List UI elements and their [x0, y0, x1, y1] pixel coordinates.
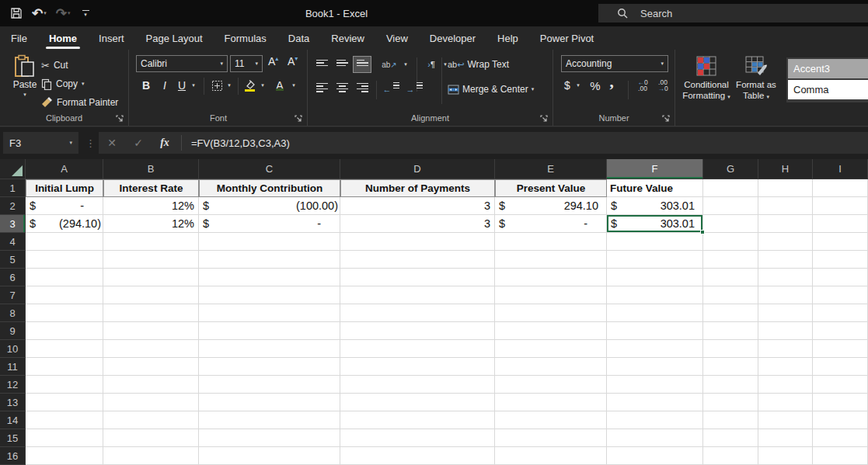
cell-I11[interactable]	[813, 358, 868, 376]
name-box[interactable]: F3 ▾	[3, 132, 78, 154]
fill-color-button[interactable]	[242, 76, 258, 95]
cell-F13[interactable]	[607, 394, 703, 411]
cell-I4[interactable]	[813, 233, 868, 251]
cell-A4[interactable]	[26, 233, 103, 251]
tab-help[interactable]: Help	[486, 26, 529, 50]
cell-D8[interactable]	[340, 304, 495, 322]
column-header-E[interactable]: E	[495, 159, 607, 179]
cell-G1[interactable]	[703, 179, 758, 197]
cell-F3[interactable]: $303.01	[607, 215, 703, 233]
cell-C6[interactable]	[199, 269, 340, 286]
bottom-align-button[interactable]	[353, 56, 371, 73]
column-header-D[interactable]: D	[340, 159, 495, 179]
cell-D2[interactable]: 3	[340, 197, 495, 215]
select-all-corner[interactable]	[0, 159, 26, 179]
accounting-format-chevron-icon[interactable]: ▾	[573, 76, 583, 95]
decrease-font-size-button[interactable]: A▾	[288, 55, 298, 68]
cancel-button[interactable]: ✕	[99, 137, 125, 149]
cell-D12[interactable]	[340, 376, 495, 394]
cut-button[interactable]: ✂ Cut	[41, 56, 118, 75]
cell-A1[interactable]: Initial Lump	[26, 179, 103, 197]
cell-B15[interactable]	[103, 429, 199, 447]
cell-D11[interactable]	[340, 358, 495, 376]
cell-G10[interactable]	[703, 340, 758, 358]
paste-button[interactable]: Paste ▾	[8, 54, 42, 110]
row-header-2[interactable]: 2	[0, 197, 26, 215]
cell-C4[interactable]	[199, 233, 340, 251]
cell-I16[interactable]	[813, 447, 868, 465]
cell-A12[interactable]	[26, 376, 103, 394]
cell-E9[interactable]	[495, 322, 607, 340]
percent-style-button[interactable]: %	[587, 76, 603, 95]
copy-button[interactable]: Copy ▾	[41, 75, 118, 93]
cell-A15[interactable]	[26, 429, 103, 447]
cell-E1[interactable]: Present Value	[495, 179, 607, 197]
cell-F1[interactable]: Future Value	[607, 179, 703, 197]
cell-G5[interactable]	[703, 251, 758, 269]
cell-I8[interactable]	[813, 304, 868, 322]
cell-B11[interactable]	[103, 358, 199, 376]
undo-chevron-icon[interactable]: ▾	[44, 10, 47, 16]
row-header-3[interactable]: 3	[0, 215, 26, 233]
cell-F4[interactable]	[607, 233, 703, 251]
cell-I14[interactable]	[813, 411, 868, 429]
cell-H16[interactable]	[758, 447, 813, 465]
cell-A9[interactable]	[26, 322, 103, 340]
format-as-table-button[interactable]: Format as Table ▾	[732, 56, 780, 102]
cell-B4[interactable]	[103, 233, 199, 251]
cell-A13[interactable]	[26, 394, 103, 411]
cell-I12[interactable]	[813, 376, 868, 394]
cell-D3[interactable]: 3	[340, 215, 495, 233]
cell-C14[interactable]	[199, 411, 340, 429]
row-header-1[interactable]: 1	[0, 179, 26, 197]
font-dialog-launcher[interactable]	[295, 115, 302, 123]
cell-A8[interactable]	[26, 304, 103, 322]
tab-insert[interactable]: Insert	[88, 26, 135, 50]
font-color-button[interactable]: A	[272, 76, 288, 95]
cell-D7[interactable]	[340, 286, 495, 304]
column-header-I[interactable]: I	[813, 159, 868, 179]
cell-E5[interactable]	[495, 251, 607, 269]
font-name-combobox[interactable]: Calibri ▾	[136, 55, 228, 72]
top-align-button[interactable]	[312, 56, 331, 73]
redo-button[interactable]: ↷ ▾	[54, 3, 73, 23]
cell-H15[interactable]	[758, 429, 813, 447]
cell-I15[interactable]	[813, 429, 868, 447]
row-header-8[interactable]: 8	[0, 304, 26, 322]
tab-developer[interactable]: Developer	[419, 26, 486, 50]
middle-align-button[interactable]	[333, 56, 351, 73]
cell-F5[interactable]	[607, 251, 703, 269]
cell-H7[interactable]	[758, 286, 813, 304]
cell-E13[interactable]	[495, 394, 607, 411]
cell-F7[interactable]	[607, 286, 703, 304]
cell-I6[interactable]	[813, 269, 868, 286]
cell-E2[interactable]: $294.10	[495, 197, 607, 215]
decrease-indent-button[interactable]: ←	[381, 79, 401, 96]
cell-C3[interactable]: $-	[199, 215, 340, 233]
cell-B16[interactable]	[103, 447, 199, 465]
cell-H14[interactable]	[758, 411, 813, 429]
cell-B6[interactable]	[103, 269, 199, 286]
cell-I5[interactable]	[813, 251, 868, 269]
cell-C16[interactable]	[199, 447, 340, 465]
cell-A16[interactable]	[26, 447, 103, 465]
insert-function-button[interactable]: fx	[152, 137, 178, 149]
comma-style-button[interactable]: ,	[606, 76, 617, 95]
cell-A6[interactable]	[26, 269, 103, 286]
cell-E3[interactable]: $-	[495, 215, 607, 233]
tab-home[interactable]: Home	[38, 26, 88, 50]
row-header-9[interactable]: 9	[0, 322, 26, 340]
wrap-text-button[interactable]: ab↩ Wrap Text	[448, 59, 509, 70]
alignment-dialog-launcher[interactable]	[540, 115, 548, 123]
column-header-H[interactable]: H	[758, 159, 813, 179]
cell-I10[interactable]	[813, 340, 868, 358]
align-right-button[interactable]	[353, 79, 371, 96]
text-direction-button[interactable]: ›¶	[421, 56, 441, 73]
cell-G4[interactable]	[703, 233, 758, 251]
orientation-chevron-icon[interactable]: ▾	[401, 56, 410, 73]
enter-button[interactable]: ✓	[125, 137, 152, 149]
cell-E4[interactable]	[495, 233, 607, 251]
cell-H12[interactable]	[758, 376, 813, 394]
cell-H9[interactable]	[758, 322, 813, 340]
cell-G7[interactable]	[703, 286, 758, 304]
